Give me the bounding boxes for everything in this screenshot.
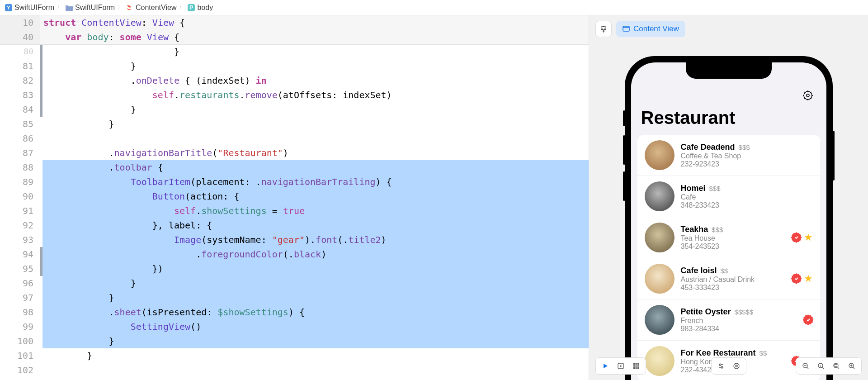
- restaurant-name: Cafe Deadend $$$: [681, 142, 807, 152]
- code-text: struct ContentView: View {: [42, 15, 589, 30]
- line-number: 84: [0, 102, 40, 117]
- code-line-row[interactable]: 99 SettingView(): [0, 319, 589, 334]
- line-number: 40: [0, 30, 40, 44]
- code-line-row[interactable]: 96 }: [0, 276, 589, 290]
- breadcrumb: SwiftUIForm 〉 SwiftUIForm 〉 ContentView …: [0, 0, 868, 15]
- svg-rect-18: [637, 363, 639, 365]
- code-line-row[interactable]: 97 }: [0, 290, 589, 305]
- line-number: 91: [0, 204, 40, 218]
- list-item-badges: [804, 315, 813, 324]
- price-indicator: $$: [760, 349, 767, 357]
- breadcrumb-item-symbol[interactable]: P body: [187, 4, 213, 12]
- svg-point-39: [834, 363, 838, 368]
- code-line-row[interactable]: 80 }: [0, 44, 589, 59]
- breadcrumb-label: ContentView: [136, 4, 176, 12]
- list-item[interactable]: Petite Oyster $$$$$ French 983-284334: [637, 299, 820, 341]
- list-item-content: Homei $$$ Cafe 348-233423: [681, 184, 807, 209]
- device-settings-button[interactable]: [713, 360, 729, 372]
- breadcrumb-item-project[interactable]: SwiftUIForm: [5, 4, 54, 12]
- code-line-row[interactable]: 94 .foregroundColor(.black): [0, 247, 589, 261]
- line-number: 86: [0, 131, 40, 146]
- property-icon: P: [187, 4, 195, 12]
- list-item[interactable]: Teakha $$$ Tea House 354-243523 ★: [637, 217, 820, 258]
- grid-icon: [632, 362, 640, 370]
- zoom-fit-button[interactable]: [829, 360, 844, 372]
- chevron-right-icon: 〉: [57, 4, 62, 11]
- restaurant-phone: 983-284334: [681, 325, 797, 333]
- code-line-row[interactable]: 86: [0, 131, 589, 146]
- selectable-button[interactable]: [613, 360, 628, 372]
- code-line-row[interactable]: 89 ToolbarItem(placement: .navigationBar…: [0, 175, 589, 189]
- code-line-row[interactable]: 82 .onDelete { (indexSet) in: [0, 73, 589, 88]
- zoom-actual-button[interactable]: 1: [813, 360, 829, 372]
- code-line-row[interactable]: 81 }: [0, 59, 589, 73]
- code-editor[interactable]: 10struct ContentView: View {40 var body:…: [0, 15, 589, 380]
- pin-button[interactable]: [595, 21, 612, 37]
- code-line-row[interactable]: 85 }: [0, 117, 589, 131]
- zoom-in-button[interactable]: [844, 360, 859, 372]
- code-line-row[interactable]: 93 Image(systemName: "gear").font(.title…: [0, 233, 589, 247]
- code-line-row[interactable]: 98 .sheet(isPresented: $showSettings) {: [0, 305, 589, 319]
- svg-rect-21: [637, 366, 639, 367]
- play-icon: [602, 362, 609, 370]
- settings-button[interactable]: [801, 89, 815, 104]
- preview-panel: Content View Restaurant Cafe Deadend $$$…: [589, 15, 868, 380]
- line-number: 10: [0, 15, 40, 30]
- page-title: Restaurant: [641, 108, 736, 128]
- list-item[interactable]: Cafe Deadend $$$ Coffee & Tea Shop 232-9…: [637, 135, 820, 176]
- code-line-row[interactable]: 84 }: [0, 102, 589, 117]
- restaurant-list[interactable]: Cafe Deadend $$$ Coffee & Tea Shop 232-9…: [637, 135, 820, 380]
- code-line-row[interactable]: 91 self.showSettings = true: [0, 204, 589, 218]
- variants-button[interactable]: [628, 360, 644, 372]
- line-number: 98: [0, 305, 40, 319]
- line-number: 92: [0, 218, 40, 233]
- list-item[interactable]: Homei $$$ Cafe 348-233423: [637, 176, 820, 217]
- code-text: SettingView(): [42, 319, 589, 334]
- code-line-row[interactable]: 103: [0, 377, 589, 380]
- play-button[interactable]: [598, 360, 613, 372]
- restaurant-phone: 453-333423: [681, 284, 786, 292]
- svg-rect-24: [637, 367, 639, 369]
- breadcrumb-label: SwiftUIForm: [75, 4, 115, 12]
- code-line-row[interactable]: 101 }: [0, 348, 589, 363]
- svg-line-34: [807, 367, 808, 369]
- code-text: .navigationBarTitle("Restaurant"): [42, 146, 589, 160]
- list-item[interactable]: Cafe loisl $$ Austrian / Casual Drink 45…: [637, 258, 820, 299]
- price-indicator: $$: [721, 267, 728, 275]
- line-number: 89: [0, 175, 40, 189]
- line-number: 87: [0, 146, 40, 160]
- code-text: }: [42, 348, 589, 363]
- price-indicator: $$$$$: [735, 308, 754, 316]
- code-line-row[interactable]: 100 }: [0, 334, 589, 348]
- code-line-row[interactable]: 92 }, label: {: [0, 218, 589, 233]
- code-text: }: [42, 59, 589, 73]
- code-text: var body: some View {: [42, 30, 589, 44]
- chevron-right-icon: 〉: [179, 4, 184, 11]
- breadcrumb-item-file[interactable]: ContentView: [126, 4, 176, 12]
- content-view-pill[interactable]: Content View: [616, 21, 685, 37]
- code-line-row[interactable]: 88 .toolbar {: [0, 160, 589, 175]
- price-indicator: $$$: [739, 143, 750, 151]
- line-number: 96: [0, 276, 40, 290]
- cursor-select-icon: [617, 362, 624, 370]
- breadcrumb-item-folder[interactable]: SwiftUIForm: [65, 4, 115, 12]
- zoom-out-button[interactable]: [798, 360, 813, 372]
- svg-rect-22: [633, 367, 635, 369]
- line-number: 80: [0, 44, 40, 59]
- code-line-row[interactable]: 87 .navigationBarTitle("Restaurant"): [0, 146, 589, 160]
- canvas-settings-button[interactable]: [729, 360, 744, 372]
- code-text: }): [42, 261, 589, 276]
- restaurant-phone: 354-243523: [681, 242, 786, 251]
- list-item-badges: ★: [792, 273, 813, 285]
- list-item-content: Petite Oyster $$$$$ French 983-284334: [681, 307, 797, 333]
- zoom-fit-icon: [833, 362, 840, 370]
- code-text: self.showSettings = true: [42, 204, 589, 218]
- code-line-row[interactable]: 90 Button(action: {: [0, 189, 589, 204]
- preview-toolbar-center: [711, 357, 746, 375]
- code-text: [42, 363, 589, 377]
- code-line-row[interactable]: 83 self.restaurants.remove(atOffsets: in…: [0, 88, 589, 102]
- code-line-row[interactable]: 102: [0, 363, 589, 377]
- code-line-row[interactable]: 95 }): [0, 261, 589, 276]
- verified-badge-icon: [792, 233, 801, 242]
- list-item-content: Teakha $$$ Tea House 354-243523: [681, 225, 786, 251]
